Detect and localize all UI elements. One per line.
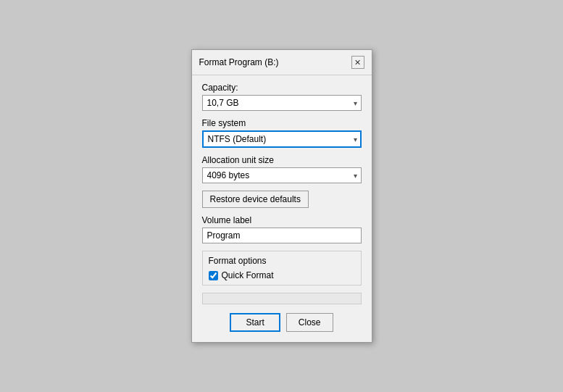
allocation-unit-dropdown[interactable]: 4096 bytes 8192 bytes 16384 bytes (202, 167, 362, 183)
file-system-label: File system (202, 118, 362, 128)
capacity-label: Capacity: (202, 83, 362, 93)
file-system-dropdown-wrapper: NTFS (Default) FAT32 exFAT (202, 130, 362, 148)
format-options-group: Format options Quick Format (202, 251, 362, 285)
dialog-content: Capacity: 10,7 GB File system NTFS (Defa… (192, 75, 372, 342)
quick-format-label[interactable]: Quick Format (222, 270, 274, 280)
dialog-title: Format Program (B:) (199, 57, 279, 67)
allocation-unit-dropdown-wrapper: 4096 bytes 8192 bytes 16384 bytes (202, 167, 362, 183)
button-row: Start Close (202, 313, 362, 335)
capacity-dropdown[interactable]: 10,7 GB (202, 95, 362, 111)
allocation-unit-group: Allocation unit size 4096 bytes 8192 byt… (202, 155, 362, 183)
allocation-unit-label: Allocation unit size (202, 155, 362, 165)
volume-label-input[interactable] (202, 228, 362, 243)
format-dialog: Format Program (B:) ✕ Capacity: 10,7 GB … (191, 49, 372, 343)
restore-defaults-button[interactable]: Restore device defaults (202, 191, 309, 208)
file-system-group: File system NTFS (Default) FAT32 exFAT (202, 118, 362, 148)
volume-label-label: Volume label (202, 215, 362, 225)
quick-format-checkbox[interactable] (209, 271, 218, 280)
progress-bar-container (202, 293, 362, 304)
capacity-group: Capacity: 10,7 GB (202, 83, 362, 111)
quick-format-row: Quick Format (209, 270, 355, 280)
capacity-dropdown-wrapper: 10,7 GB (202, 95, 362, 111)
volume-label-group: Volume label (202, 215, 362, 243)
format-options-label: Format options (209, 256, 355, 266)
close-button[interactable]: Close (286, 313, 333, 332)
title-close-button[interactable]: ✕ (351, 56, 364, 69)
title-bar: Format Program (B:) ✕ (192, 50, 372, 75)
file-system-dropdown[interactable]: NTFS (Default) FAT32 exFAT (202, 130, 362, 148)
start-button[interactable]: Start (230, 313, 280, 332)
